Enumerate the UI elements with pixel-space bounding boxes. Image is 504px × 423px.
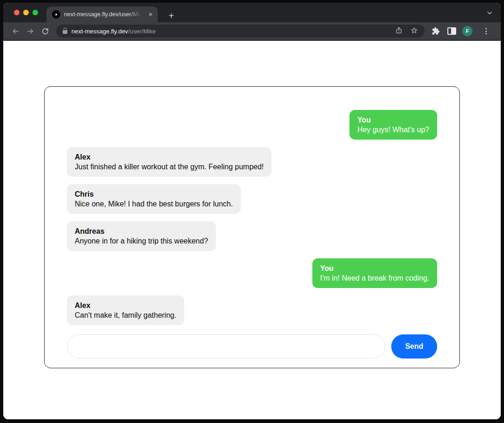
message-sender: Chris [75,189,233,199]
message-row: Chris Nice one, Mike! I had the best bur… [67,184,437,214]
web-page: You Hey guys! What's up? Alex Just finis… [3,41,501,419]
tab-search-chevron-icon[interactable] [486,9,493,17]
site-favicon-icon: ▲ [52,10,60,19]
side-panel-icon[interactable] [445,25,458,38]
minimize-window-button[interactable] [23,10,29,15]
message-sender: You [320,263,429,273]
tab-strip: ▲ next-message.fly.dev/user/Mik ✕ + [3,3,501,22]
message-bubble: Alex Just finished a killer workout at t… [67,147,271,177]
message-row: You Hey guys! What's up? [67,110,437,140]
message-bubble: Chris Nice one, Mike! I had the best bur… [67,184,241,214]
message-text: Can't make it, family gathering. [75,311,176,319]
url-path: /user/Mike [128,28,156,35]
browser-menu-icon[interactable] [477,23,495,39]
message-row: Andreas Anyone in for a hiking trip this… [67,221,437,251]
message-text: Anyone in for a hiking trip this weekend… [75,237,208,245]
message-text: Nice one, Mike! I had the best burgers f… [75,200,233,208]
message-bubble: Alex Can't make it, family gathering. [67,295,184,325]
browser-toolbar: next-message.fly.dev/user/Mike F [3,22,501,41]
message-sender: Alex [75,301,176,310]
message-text: Hey guys! What's up? [357,126,429,134]
window-controls [14,10,38,15]
url-text: next-message.fly.dev/user/Mike [71,28,156,35]
toolbar-right: F [429,23,495,39]
zoom-window-button[interactable] [32,10,38,15]
close-window-button[interactable] [14,10,19,15]
tab-title: next-message.fly.dev/user/Mik [64,11,143,18]
message-sender: Andreas [75,226,208,236]
tab-close-icon[interactable]: ✕ [147,11,154,18]
extensions-puzzle-icon[interactable] [429,25,442,38]
chat-card: You Hey guys! What's up? Alex Just finis… [44,86,460,368]
url-host: next-message.fly.dev [71,28,128,35]
message-text: I'm in! Need a break from coding. [320,274,429,282]
browser-tab[interactable]: ▲ next-message.fly.dev/user/Mik ✕ [46,6,158,22]
message-bubble: You Hey guys! What's up? [349,110,437,140]
reload-button[interactable] [39,25,52,38]
message-text: Just finished a killer workout at the gy… [75,163,264,171]
message-sender: Alex [75,152,264,162]
message-row: Alex Just finished a killer workout at t… [67,147,437,177]
message-input[interactable] [67,334,385,359]
composer: Send [67,334,437,359]
forward-button[interactable] [24,25,37,38]
send-button[interactable]: Send [391,334,437,359]
address-bar[interactable]: next-message.fly.dev/user/Mike [56,25,425,38]
message-bubble: You I'm in! Need a break from coding. [312,258,437,288]
lock-icon[interactable] [63,30,67,34]
back-button[interactable] [9,25,22,38]
message-list: You Hey guys! What's up? Alex Just finis… [67,110,437,325]
profile-avatar[interactable]: F [461,25,474,38]
browser-window: ▲ next-message.fly.dev/user/Mik ✕ + next… [3,3,501,419]
address-bar-actions [395,26,418,36]
new-tab-button[interactable]: + [165,10,177,22]
message-sender: You [357,115,429,125]
message-bubble: Andreas Anyone in for a hiking trip this… [67,221,216,251]
message-row: Alex Can't make it, family gathering. [67,295,437,325]
share-icon[interactable] [395,26,403,36]
message-row: You I'm in! Need a break from coding. [67,258,437,288]
bookmark-star-icon[interactable] [410,26,418,36]
